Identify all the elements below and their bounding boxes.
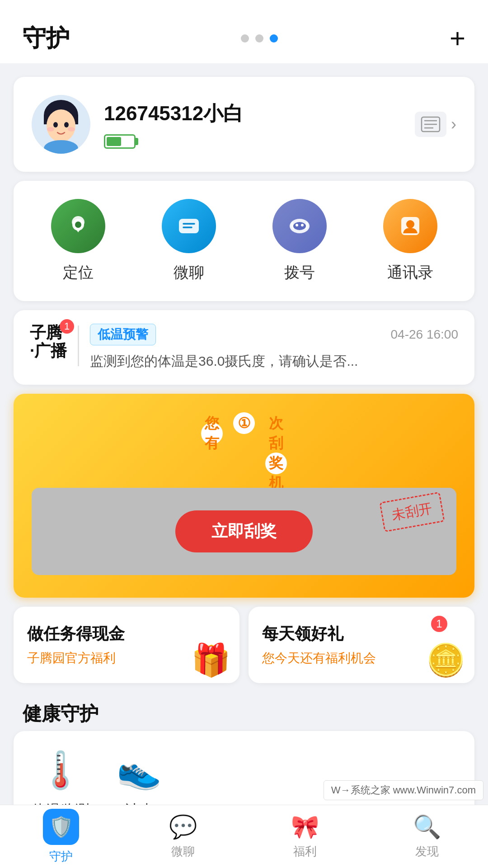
- health-section-title: 健康守护: [0, 692, 488, 731]
- broadcast-tag: 低温预警: [90, 324, 156, 345]
- reward-task-cash[interactable]: 做任务得现金 子腾园官方福利 🎁: [14, 607, 239, 683]
- scratch-stamp: 未刮开: [379, 492, 445, 533]
- reward-daily-icon: 🪙: [426, 642, 465, 679]
- svg-point-24: [406, 220, 414, 228]
- page-title: 守护: [23, 23, 70, 54]
- action-dial[interactable]: 拨号: [272, 199, 327, 283]
- nav-guard-label: 守护: [49, 849, 73, 864]
- nav-welfare-icon: 🎀: [291, 814, 319, 840]
- broadcast-time: 04-26 16:00: [391, 327, 458, 342]
- chat-icon-circle: [162, 199, 216, 253]
- location-label: 定位: [63, 262, 94, 283]
- nav-welfare[interactable]: 🎀 福利: [244, 805, 366, 868]
- svg-point-3: [47, 109, 75, 142]
- scratch-title: 您有 ① 次刮奖机会: [32, 412, 456, 474]
- nav-chat-icon: 💬: [169, 814, 197, 840]
- nav-chat[interactable]: 💬 微聊: [122, 805, 244, 868]
- broadcast-badge: 1: [60, 319, 74, 334]
- broadcast-logo: 1 子腾 ·广播: [30, 324, 67, 359]
- svg-point-22: [301, 224, 304, 226]
- contacts-label: 通讯录: [387, 262, 433, 283]
- reward-daily-gift[interactable]: 1 每天领好礼 您今天还有福利机会 🪙: [249, 607, 474, 683]
- svg-point-20: [293, 222, 306, 230]
- scratch-area: 未刮开 立即刮奖: [32, 488, 456, 575]
- contacts-icon-circle: [383, 199, 437, 253]
- nav-chat-label: 微聊: [171, 844, 195, 859]
- location-icon-circle: [51, 199, 105, 253]
- add-button[interactable]: +: [450, 25, 465, 52]
- broadcast-divider: [78, 326, 79, 366]
- avatar[interactable]: [32, 95, 90, 154]
- nav-guard[interactable]: 🛡️ 守护: [0, 805, 122, 868]
- header: 守护 +: [0, 0, 488, 63]
- profile-right: ›: [415, 112, 456, 137]
- page-indicator: [241, 34, 278, 42]
- dot-2: [255, 34, 263, 42]
- broadcast-text: 监测到您的体温是36.0摄氏度，请确认是否...: [90, 351, 458, 371]
- svg-point-5: [64, 122, 69, 127]
- reward-task-icon: 🎁: [191, 642, 230, 679]
- dot-3: [270, 34, 278, 42]
- svg-point-7: [68, 127, 75, 132]
- battery-icon: [104, 134, 136, 149]
- broadcast-header: 低温预警 04-26 16:00: [90, 324, 458, 345]
- dial-icon-circle: [272, 199, 327, 253]
- watermark: W→系统之家 www.Winwin7.com: [324, 780, 483, 800]
- chevron-right-icon: ›: [451, 115, 456, 134]
- dial-label: 拨号: [284, 262, 315, 283]
- broadcast-content: 低温预警 04-26 16:00 监测到您的体温是36.0摄氏度，请确认是否..…: [90, 324, 458, 371]
- svg-point-4: [53, 122, 58, 127]
- scratch-card[interactable]: 您有 ① 次刮奖机会 未刮开 立即刮奖: [14, 394, 474, 598]
- rewards-row: 做任务得现金 子腾园官方福利 🎁 1 每天领好礼 您今天还有福利机会 🪙: [14, 607, 474, 683]
- action-contacts[interactable]: 通讯录: [383, 199, 437, 283]
- nav-discover-icon: 🔍: [413, 814, 441, 840]
- nav-guard-icon: 🛡️: [43, 809, 79, 845]
- chat-label: 微聊: [174, 262, 204, 283]
- scratch-button[interactable]: 立即刮奖: [175, 510, 313, 552]
- quick-actions: 定位 微聊 拨号: [14, 181, 474, 301]
- svg-point-6: [47, 127, 54, 132]
- svg-rect-16: [179, 219, 199, 233]
- broadcast-card[interactable]: 1 子腾 ·广播 低温预警 04-26 16:00 监测到您的体温是36.0摄氏…: [14, 310, 474, 385]
- nav-welfare-label: 福利: [293, 844, 317, 859]
- action-location[interactable]: 定位: [51, 199, 105, 283]
- action-chat[interactable]: 微聊: [162, 199, 216, 283]
- nav-discover-label: 发现: [415, 844, 439, 859]
- temperature-icon: 🌡️: [38, 749, 83, 792]
- bottom-nav: 🛡️ 守护 💬 微聊 🎀 福利 🔍 发现: [0, 805, 488, 868]
- reward-daily-badge: 1: [431, 616, 447, 632]
- svg-point-21: [296, 224, 298, 226]
- profile-name: 126745312小白: [104, 100, 401, 127]
- battery-bar: [104, 134, 401, 149]
- profile-info: 126745312小白: [104, 100, 401, 149]
- battery-fill: [107, 137, 121, 146]
- steps-icon: 👟: [117, 749, 162, 792]
- nav-discover[interactable]: 🔍 发现: [366, 805, 488, 868]
- contact-icon-button[interactable]: [415, 112, 446, 137]
- dot-1: [241, 34, 249, 42]
- svg-point-15: [75, 222, 81, 228]
- profile-card: 126745312小白 ›: [14, 77, 474, 172]
